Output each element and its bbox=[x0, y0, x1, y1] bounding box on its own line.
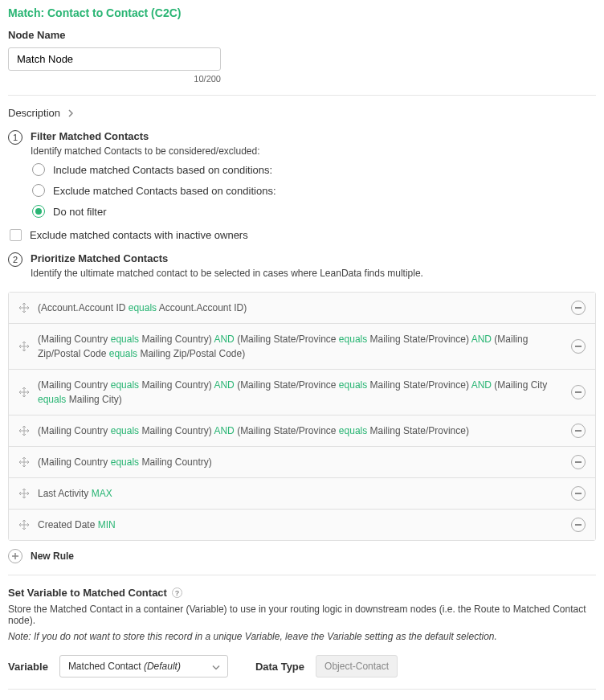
svg-rect-4 bbox=[575, 461, 582, 463]
rule-text: (Mailing Country equals Mailing Country)… bbox=[38, 332, 563, 361]
radio-icon bbox=[32, 184, 45, 197]
rule-text: (Mailing Country equals Mailing Country)… bbox=[38, 424, 563, 438]
drag-handle-icon[interactable] bbox=[18, 341, 30, 352]
step-1-badge: 1 bbox=[8, 130, 22, 145]
step-1-title: Filter Matched Contacts bbox=[31, 130, 596, 142]
drag-handle-icon[interactable] bbox=[18, 488, 30, 499]
svg-rect-0 bbox=[575, 307, 582, 309]
remove-rule-button[interactable] bbox=[571, 385, 586, 399]
rule-text: (Account.Account ID equals Account.Accou… bbox=[38, 301, 563, 315]
svg-rect-1 bbox=[575, 346, 582, 347]
set-variable-desc: Store the Matched Contact in a container… bbox=[8, 604, 596, 626]
radio-icon bbox=[32, 163, 45, 176]
radio-label: Do not filter bbox=[53, 206, 106, 218]
char-count: 10/200 bbox=[8, 74, 221, 84]
new-rule-label: New Rule bbox=[31, 551, 74, 562]
rule-row: (Mailing Country equals Mailing Country) bbox=[9, 447, 595, 478]
rule-text: (Mailing Country equals Mailing Country) bbox=[38, 455, 563, 469]
datatype-field: Object-Contact bbox=[316, 655, 398, 677]
step-1-desc: Identify matched Contacts to be consider… bbox=[31, 145, 596, 157]
variable-select[interactable]: Matched Contact (Default) bbox=[59, 655, 228, 677]
rule-text: (Mailing Country equals Mailing Country)… bbox=[38, 378, 563, 407]
new-rule-button[interactable]: New Rule bbox=[8, 549, 596, 563]
remove-rule-button[interactable] bbox=[571, 455, 586, 469]
node-name-input[interactable] bbox=[8, 47, 221, 71]
remove-rule-button[interactable] bbox=[571, 339, 586, 354]
help-icon[interactable]: ? bbox=[172, 587, 182, 598]
step-2-desc: Identify the ultimate matched contact to… bbox=[31, 268, 596, 279]
svg-rect-6 bbox=[575, 524, 582, 526]
rule-text: Created Date MIN bbox=[38, 518, 563, 532]
svg-rect-3 bbox=[575, 430, 582, 432]
svg-rect-2 bbox=[575, 391, 582, 393]
drag-handle-icon[interactable] bbox=[18, 425, 30, 436]
drag-handle-icon[interactable] bbox=[18, 302, 30, 313]
set-variable-title: Set Variable to Matched Contact bbox=[8, 587, 167, 599]
filter-radio-0[interactable]: Include matched Contacts based on condit… bbox=[32, 163, 596, 176]
remove-rule-button[interactable] bbox=[571, 424, 586, 438]
variable-label: Variable bbox=[8, 661, 48, 673]
remove-rule-button[interactable] bbox=[571, 518, 586, 532]
svg-rect-5 bbox=[575, 493, 582, 494]
radio-label: Include matched Contacts based on condit… bbox=[53, 164, 272, 176]
filter-radio-2[interactable]: Do not filter bbox=[32, 205, 596, 218]
chevron-right-icon bbox=[67, 109, 75, 117]
datatype-label: Data Type bbox=[255, 661, 304, 673]
rule-row: (Mailing Country equals Mailing Country)… bbox=[9, 370, 595, 415]
drag-handle-icon[interactable] bbox=[18, 519, 30, 530]
description-label: Description bbox=[8, 107, 60, 119]
filter-radio-1[interactable]: Exclude matched Contacts based on condit… bbox=[32, 184, 596, 197]
rule-row: Last Activity MAX bbox=[9, 478, 595, 510]
rule-row: (Mailing Country equals Mailing Country)… bbox=[9, 324, 595, 370]
plus-icon bbox=[8, 549, 22, 563]
rule-text: Last Activity MAX bbox=[38, 486, 563, 501]
step-2-badge: 2 bbox=[8, 252, 22, 267]
remove-rule-button[interactable] bbox=[571, 486, 586, 501]
rule-row: Created Date MIN bbox=[9, 510, 595, 540]
page-title: Match: Contact to Contact (C2C) bbox=[8, 6, 596, 19]
remove-rule-button[interactable] bbox=[571, 301, 586, 315]
step-2-title: Prioritize Matched Contacts bbox=[31, 252, 596, 264]
set-variable-note: Note: If you do not want to store this r… bbox=[8, 631, 596, 642]
rule-row: (Mailing Country equals Mailing Country)… bbox=[9, 415, 595, 447]
node-name-label: Node Name bbox=[8, 29, 596, 41]
radio-icon bbox=[32, 205, 45, 218]
description-header[interactable]: Description bbox=[8, 107, 596, 119]
drag-handle-icon[interactable] bbox=[18, 456, 30, 468]
exclude-inactive-checkbox[interactable] bbox=[10, 229, 22, 241]
drag-handle-icon[interactable] bbox=[18, 387, 30, 398]
rule-row: (Account.Account ID equals Account.Accou… bbox=[9, 293, 595, 324]
radio-label: Exclude matched Contacts based on condit… bbox=[53, 185, 276, 197]
exclude-inactive-label: Exclude matched contacts with inactive o… bbox=[30, 229, 248, 241]
